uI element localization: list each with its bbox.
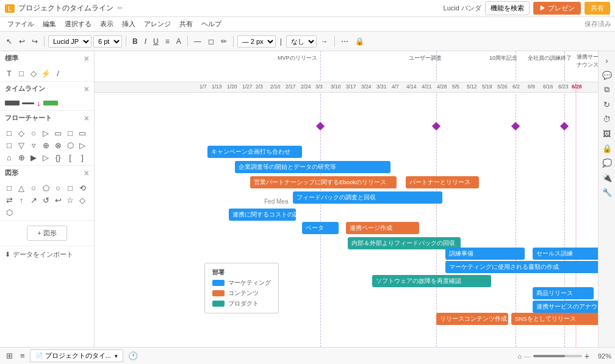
bar-sns-release[interactable]: SNSをとしてリリース xyxy=(511,313,598,325)
timeline-section-header[interactable]: タイムライン × xyxy=(0,82,94,96)
underline-button[interactable]: U xyxy=(151,36,161,47)
timeline-dash-item[interactable] xyxy=(22,102,34,104)
fc-tri[interactable]: ▽ xyxy=(16,140,27,151)
font-size-select[interactable]: 6 pt xyxy=(93,35,122,48)
page-tab[interactable]: 📄 プロジェクトのタイ... ▾ xyxy=(30,349,123,362)
lightning-shape[interactable]: ⚡ xyxy=(40,68,51,79)
bar-marketing-docs[interactable]: マーケティングに使用される書類の作成 xyxy=(445,261,598,273)
sh-turn[interactable]: ↺ xyxy=(40,194,51,205)
lock-button[interactable]: 🔒 xyxy=(353,36,367,47)
sh-tri[interactable]: △ xyxy=(16,182,27,193)
bar-software-check[interactable]: ソフトウェアの故障を再度確認 xyxy=(372,275,491,287)
fc-rect5[interactable]: □ xyxy=(4,140,15,151)
timeline-bar-item[interactable] xyxy=(5,101,20,105)
line-width-select[interactable]: — 2 px xyxy=(237,35,276,48)
font-family-select[interactable]: Lucid JP xyxy=(48,35,92,48)
sh-circle[interactable]: ○ xyxy=(28,182,39,193)
zoom-slider[interactable] xyxy=(533,355,582,357)
menu-share[interactable]: 共有 xyxy=(176,18,196,30)
stroke-button[interactable]: — xyxy=(192,36,204,47)
standard-close-icon[interactable]: × xyxy=(84,54,89,63)
feature-search-button[interactable]: 機能を検索 xyxy=(485,1,530,15)
bar-product-release[interactable]: 商品リリース xyxy=(533,287,594,299)
bar-research[interactable]: 企業調査等の開始とデータの研究等 xyxy=(235,161,390,173)
fc-arrow[interactable]: ▷ xyxy=(40,127,51,138)
diamond-shape[interactable]: ◇ xyxy=(28,68,39,79)
sh-rect[interactable]: □ xyxy=(4,182,15,193)
layers-icon[interactable]: ⧉ xyxy=(600,83,614,96)
arrow-button[interactable]: → xyxy=(318,36,331,47)
bar-release-content[interactable]: リリースコンテンツ作成 xyxy=(436,313,508,325)
sh-diamond[interactable]: ◇ xyxy=(77,194,88,205)
shapes-section-header[interactable]: 図形 × xyxy=(0,166,94,180)
menu-insert[interactable]: 挿入 xyxy=(118,18,139,30)
wrench-icon[interactable]: 🔧 xyxy=(600,185,614,199)
rect-shape[interactable]: □ xyxy=(16,68,27,79)
line-end-select[interactable]: なし xyxy=(286,35,317,48)
bar-partner-announce[interactable]: 連携サービスのアナウンス xyxy=(533,301,598,313)
menu-file[interactable]: ファイル xyxy=(4,18,38,30)
bold-button[interactable]: B xyxy=(130,36,140,47)
timer-icon[interactable]: ⏱ xyxy=(600,112,614,126)
fc-bracket1[interactable]: [ xyxy=(65,152,76,163)
chat-icon[interactable]: 💭 xyxy=(600,156,614,170)
bar-campaign[interactable]: キャンペーン企画打ち合わせ xyxy=(207,146,302,158)
bar-ebook[interactable]: 営業パートナーシップに関するEbookのリリース xyxy=(250,176,397,188)
fc-rect[interactable]: □ xyxy=(4,127,15,138)
plugin-icon[interactable]: 🔌 xyxy=(600,171,614,184)
zoom-in-button[interactable]: + xyxy=(584,351,589,361)
fc-rect2[interactable]: ▭ xyxy=(52,127,63,138)
cursor-tool[interactable]: ↖ xyxy=(4,36,15,47)
sh-hex[interactable]: ⬡ xyxy=(4,207,15,218)
grid-view-button[interactable]: ⊞ xyxy=(4,350,15,362)
line-shape[interactable]: / xyxy=(52,68,63,79)
line-button[interactable]: ✏ xyxy=(218,36,229,47)
fc-hex[interactable]: ⬡ xyxy=(65,140,76,151)
share-button[interactable]: 共有 xyxy=(584,2,610,15)
fc-bracket2[interactable]: ] xyxy=(77,152,88,163)
bar-sales-training[interactable]: セールス訓練 xyxy=(533,248,598,260)
bar-internal-feedback[interactable]: 内部＆外部よりフィードバックの回収 xyxy=(348,237,461,249)
fc-plus2[interactable]: ⊕ xyxy=(16,152,27,163)
shapes-close-icon[interactable]: × xyxy=(84,169,89,177)
fc-circle[interactable]: ○ xyxy=(28,127,39,138)
flowchart-close-icon[interactable]: × xyxy=(84,114,89,123)
fc-house[interactable]: ⌂ xyxy=(4,152,15,163)
italic-button[interactable]: I xyxy=(142,36,149,47)
sh-swap[interactable]: ⇄ xyxy=(4,194,15,205)
bar-feedback-survey[interactable]: フィードバックの調査と回収 xyxy=(293,191,442,204)
sh-pent[interactable]: ⬠ xyxy=(40,182,51,193)
bar-partner-release[interactable]: パートナーとリリース xyxy=(406,176,479,188)
font-color-button[interactable]: A xyxy=(174,36,184,47)
sh-up[interactable]: ↑ xyxy=(16,194,27,205)
menu-select[interactable]: 選択する xyxy=(61,18,95,30)
sh-star[interactable]: ☆ xyxy=(65,194,76,205)
bar-cost-survey[interactable]: 連携に関するコストの調査 xyxy=(229,209,296,221)
undo-button[interactable]: ↩ xyxy=(16,36,27,47)
fc-brace[interactable]: {} xyxy=(52,152,63,163)
fc-x[interactable]: ⊗ xyxy=(52,140,63,151)
timeline-arrow-item[interactable]: ↓ xyxy=(37,98,41,108)
bar-training-prep[interactable]: 訓練事備 xyxy=(445,248,525,260)
canvas-area[interactable]: MVPのリリース ユーザー調査 10周年記念 全社員の訓練終了 連携サービスのア… xyxy=(95,51,598,347)
fc-arrow2[interactable]: ▷ xyxy=(77,140,88,151)
sh-cycle[interactable]: ⟲ xyxy=(77,182,88,193)
list-view-button[interactable]: ≡ xyxy=(18,350,27,362)
home-icon[interactable]: ⌂ xyxy=(517,352,522,360)
present-button[interactable]: ▶ プレゼン xyxy=(533,2,581,15)
add-shape-button[interactable]: + 図形 xyxy=(27,226,67,241)
fc-diamond[interactable]: ◇ xyxy=(16,127,27,138)
sh-back[interactable]: ↩ xyxy=(52,194,63,205)
timeline-close-icon[interactable]: × xyxy=(84,85,89,93)
fc-rect4[interactable]: ▭ xyxy=(77,127,88,138)
menu-arrange[interactable]: アレンジ xyxy=(140,18,174,30)
more-button[interactable]: ⋯ xyxy=(339,36,351,47)
fc-rect3[interactable]: □ xyxy=(65,127,76,138)
timeline-green-item[interactable] xyxy=(43,101,58,105)
image-icon[interactable]: 🖼 xyxy=(600,127,614,140)
text-tool[interactable]: T xyxy=(4,68,15,79)
collapse-right-icon[interactable]: › xyxy=(600,54,614,67)
sh-rect2[interactable]: □ xyxy=(65,182,76,193)
fc-tri2[interactable]: ▿ xyxy=(28,140,39,151)
edit-icon[interactable]: ✏ xyxy=(117,4,123,12)
